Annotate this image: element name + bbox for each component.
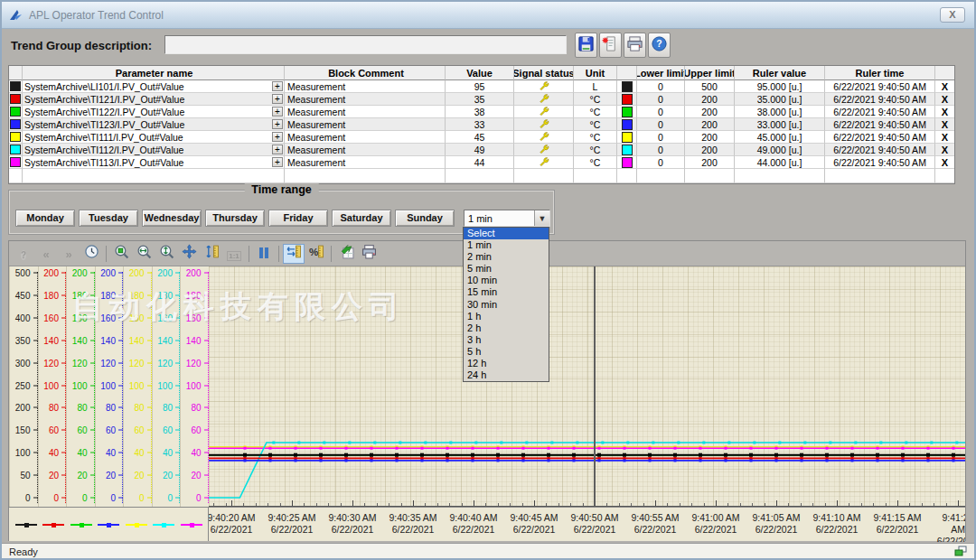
axis-tick-label: 160: [100, 313, 116, 322]
interval-combobox[interactable]: 1 min ▼: [464, 210, 550, 227]
remove-trend-button[interactable]: X: [935, 156, 954, 169]
x-axis-label: 9:40:40 AM6/22/2021: [449, 512, 497, 536]
scroll-back-icon: «: [42, 246, 49, 262]
data-point-marker: [294, 453, 297, 457]
y-axis[interactable]: 200180160140120100806040200: [95, 266, 124, 507]
data-point-marker: [370, 453, 373, 457]
day-button-saturday[interactable]: Saturday: [332, 210, 391, 227]
legend-marker: [70, 521, 92, 527]
data-point-marker: [851, 459, 854, 462]
x-label-date: 6/22/2021: [513, 524, 556, 535]
ruler-time-cell: 6/22/2021 9:40:50 AM: [825, 144, 935, 156]
interval-option[interactable]: 30 min: [464, 299, 549, 311]
interval-option[interactable]: 1 h: [464, 311, 549, 322]
status-windows-icon: [954, 546, 967, 558]
axis-tick-label: 0: [53, 493, 59, 503]
interval-option[interactable]: 12 h: [464, 358, 549, 369]
chevron-down-icon[interactable]: ▼: [534, 210, 549, 226]
day-button-monday[interactable]: Monday: [15, 210, 75, 227]
title-bar[interactable]: APL Operator Trend Control X: [2, 2, 974, 29]
zoom-vertical-button[interactable]: [155, 244, 177, 264]
plot-area[interactable]: [209, 266, 965, 507]
data-point-marker: [500, 441, 502, 443]
pause-button[interactable]: [253, 244, 275, 264]
data-point-marker: [573, 459, 576, 462]
remove-trend-button[interactable]: X: [935, 106, 954, 118]
remove-trend-button[interactable]: X: [935, 118, 954, 131]
expand-button[interactable]: +: [272, 119, 283, 129]
y-axis[interactable]: 200180160140120100806040200: [38, 266, 67, 507]
y-axis[interactable]: 200180160140120100806040200: [123, 266, 152, 507]
data-point-marker: [421, 459, 424, 462]
expand-button[interactable]: +: [272, 145, 283, 154]
interval-option[interactable]: 3 h: [464, 334, 549, 346]
data-point-marker: [319, 453, 323, 457]
interval-dropdown-list: Select1 min2 min5 min10 min15 min30 min1…: [463, 227, 549, 382]
close-icon[interactable]: X: [940, 7, 965, 23]
day-button-wednesday[interactable]: Wednesday: [142, 210, 202, 227]
x-axis-scale-button[interactable]: [283, 244, 305, 264]
print-icon: [626, 35, 643, 56]
expand-button[interactable]: +: [272, 132, 283, 142]
remove-trend-button[interactable]: X: [935, 80, 954, 93]
data-point-marker: [774, 453, 778, 457]
data-point-marker: [902, 447, 905, 450]
expand-button[interactable]: +: [272, 81, 283, 91]
remove-trend-button[interactable]: X: [935, 93, 954, 106]
day-button-thursday[interactable]: Thursday: [205, 210, 265, 227]
data-point-marker: [702, 441, 705, 443]
percent-scale-button[interactable]: %: [305, 244, 327, 264]
interval-option[interactable]: 5 h: [464, 346, 549, 358]
trend-group-description-input[interactable]: [164, 35, 567, 54]
y-axis-scale-button[interactable]: [201, 244, 222, 264]
upper-limit-cell: 200: [685, 93, 735, 106]
zoom-horizontal-button[interactable]: [133, 244, 155, 264]
ruler-line[interactable]: [594, 266, 596, 507]
y-axis[interactable]: 500450400350300250200150100500: [9, 266, 38, 507]
interval-option[interactable]: 2 h: [464, 322, 549, 334]
expand-button[interactable]: +: [272, 157, 283, 167]
data-point-marker: [749, 453, 753, 457]
pan-button[interactable]: [178, 244, 200, 264]
day-button-friday[interactable]: Friday: [268, 210, 328, 227]
expand-button[interactable]: +: [272, 94, 283, 104]
time-interval-button[interactable]: [80, 244, 102, 264]
help-button[interactable]: ?: [648, 33, 671, 58]
axis-tick-label: 140: [72, 335, 88, 345]
toolbar-separator: [249, 246, 249, 262]
data-point-marker: [297, 441, 300, 443]
signal-status-cell: [514, 118, 574, 131]
x-label-date: 6/22/2021: [271, 524, 314, 535]
column-header: Ruler time: [825, 66, 935, 80]
y-axis[interactable]: 200180160140120100806040200: [152, 266, 181, 507]
interval-option[interactable]: 2 min: [464, 251, 549, 263]
table-row: SystemArchive\TI113/I.PV_Out#Value+Measu…: [9, 156, 954, 169]
remove-trend-button[interactable]: X: [935, 131, 954, 144]
day-button-tuesday[interactable]: Tuesday: [79, 210, 138, 227]
print-trend-button[interactable]: [358, 244, 380, 264]
interval-option[interactable]: 24 h: [464, 369, 549, 381]
zoom-area-button[interactable]: [110, 244, 132, 264]
save-button[interactable]: [575, 33, 597, 58]
remove-trend-button[interactable]: X: [935, 144, 954, 156]
data-point-marker: [800, 453, 803, 457]
interval-option[interactable]: 5 min: [464, 263, 549, 275]
axis-tick-label: 100: [157, 380, 173, 390]
axis-tick-label: 40: [77, 448, 87, 458]
interval-option[interactable]: 1 min: [464, 239, 549, 251]
interval-option[interactable]: 10 min: [464, 275, 549, 286]
chart-legend: [9, 508, 209, 541]
export-trend-button[interactable]: [335, 244, 357, 264]
series-color-cell: [9, 106, 23, 118]
y-axis[interactable]: 200180160140120100806040200: [180, 266, 209, 507]
interval-option[interactable]: Select: [464, 228, 549, 239]
print-button[interactable]: [624, 33, 646, 58]
y-axis[interactable]: 200180160140120100806040200: [66, 266, 95, 507]
interval-option[interactable]: 15 min: [464, 286, 549, 298]
day-button-sunday[interactable]: Sunday: [395, 210, 455, 227]
axis-tick-label: 140: [157, 335, 173, 345]
data-point-marker: [750, 459, 753, 462]
legend-marker: [98, 521, 119, 527]
expand-button[interactable]: +: [272, 107, 283, 117]
export-report-button[interactable]: [599, 33, 622, 58]
